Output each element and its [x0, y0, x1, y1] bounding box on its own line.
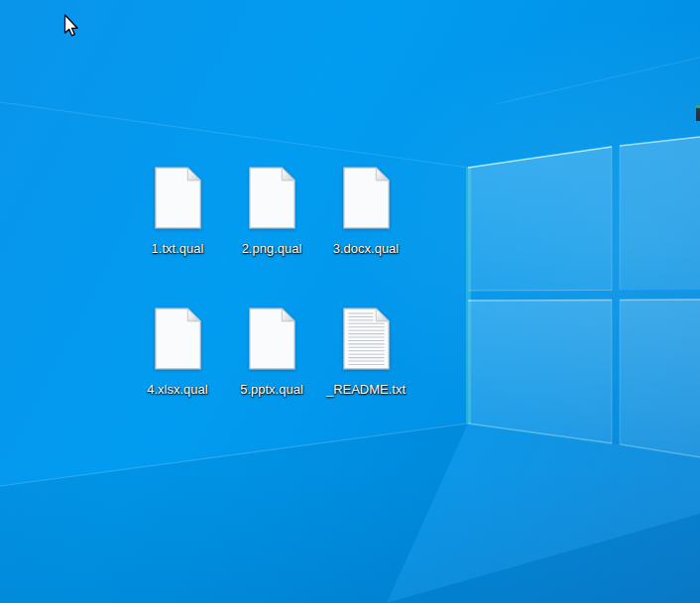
wallpaper-vignette [0, 0, 700, 603]
desktop[interactable]: 1.txt.qual 2.png.qual 3.docx.qual 4.xlsx… [0, 0, 700, 603]
wallpaper-edge-top-right [620, 137, 700, 146]
blank-file-icon [249, 307, 295, 370]
wallpaper-edge-bottom-right [620, 444, 700, 457]
wallpaper-light-ray [496, 58, 700, 104]
wallpaper-pane-top-right [620, 137, 700, 291]
wallpaper-edge-bottom-left [468, 423, 612, 443]
file-label: _README.txt [326, 382, 406, 397]
file-label: 2.png.qual [242, 241, 302, 256]
desktop-icon-2-png-qual[interactable]: 2.png.qual [225, 167, 318, 256]
file-label: 1.txt.qual [152, 241, 204, 256]
blank-file-icon [155, 167, 201, 229]
wallpaper-pane-bottom-left [468, 301, 612, 444]
wallpaper-edge-mid-right [620, 300, 700, 301]
desktop-icon-3-docx-qual[interactable]: 3.docx.qual [319, 167, 412, 256]
clipped-window-edge-artifact [696, 105, 700, 121]
desktop-icon-5-pptx-qual[interactable]: 5.pptx.qual [225, 307, 318, 397]
wallpaper-windows-logo [0, 0, 700, 603]
wallpaper-floor-left [0, 423, 468, 603]
desktop-icon-readme-txt[interactable]: _README.txt [319, 307, 412, 397]
blank-file-icon [155, 307, 201, 370]
wallpaper-ceiling-seam [0, 102, 468, 168]
blank-file-icon [343, 167, 390, 229]
desktop-icon-4-xlsx-qual[interactable]: 4.xlsx.qual [131, 307, 224, 397]
wallpaper-floor-right [387, 514, 700, 603]
mouse-cursor-arrow-icon [63, 14, 79, 38]
file-label: 4.xlsx.qual [147, 382, 207, 397]
text-file-icon [343, 307, 390, 370]
file-label: 5.pptx.qual [240, 382, 303, 397]
file-label: 3.docx.qual [333, 241, 400, 256]
wallpaper-glow [0, 0, 700, 603]
blank-file-icon [249, 167, 295, 229]
wallpaper-edge-top-left [468, 147, 612, 168]
wallpaper-pane-top-left [468, 147, 612, 291]
wallpaper-edge-mid-left [468, 301, 612, 302]
wallpaper-floor-seam [0, 423, 468, 486]
wallpaper-light-patch [387, 423, 700, 603]
desktop-icon-1-txt-qual[interactable]: 1.txt.qual [131, 167, 224, 256]
wallpaper-pane-bottom-right [620, 300, 700, 457]
wallpaper-edge-divider [468, 291, 612, 292]
